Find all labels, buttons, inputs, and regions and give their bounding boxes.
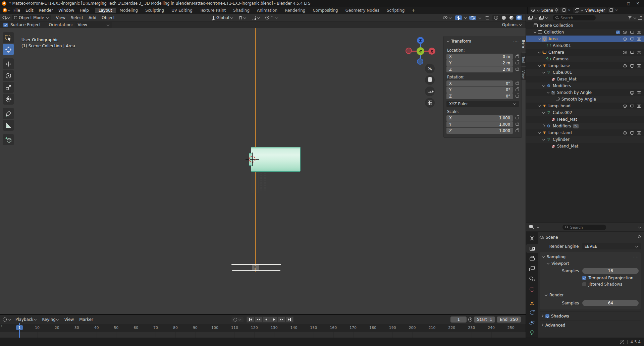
outliner-row-base-mat[interactable]: Base_Mat	[526, 76, 644, 82]
sidebar-tab-view[interactable]: View	[521, 67, 526, 80]
tool-scale[interactable]	[3, 82, 14, 93]
workspace-tab-compositing[interactable]: Compositing	[309, 8, 341, 13]
workspace-tab-modeling[interactable]: Modeling	[116, 8, 142, 13]
advanced-panel-header[interactable]: Advanced	[540, 321, 641, 330]
menu-object[interactable]: Object	[99, 15, 117, 20]
tool-transform[interactable]	[3, 94, 14, 105]
tool-rotate[interactable]	[3, 70, 14, 81]
zoom-button[interactable]: +	[425, 64, 435, 73]
snap-toggle-button[interactable]	[237, 16, 248, 20]
outliner-row-stand-mat[interactable]: Stand_Mat	[526, 143, 644, 150]
next-keyframe-button[interactable]	[278, 317, 285, 322]
menu-marker[interactable]: Marker	[76, 317, 96, 322]
tool-measure[interactable]	[3, 120, 14, 131]
gizmo-x-axis[interactable]: X	[428, 48, 435, 55]
viewport-samples-field[interactable]: 16	[582, 268, 639, 274]
outliner-row-smooth-by-angle[interactable]: Smooth by Angle	[526, 89, 644, 96]
eye-toggle-icon[interactable]	[623, 130, 627, 135]
maximize-button[interactable]: ▢	[627, 1, 630, 6]
menu-select[interactable]: Select	[68, 15, 86, 20]
add-workspace-button[interactable]: +	[408, 8, 418, 13]
geometry-nodes-badge-icon[interactable]	[573, 124, 579, 128]
chevron-down-icon[interactable]	[542, 84, 545, 87]
lock-icon[interactable]	[516, 68, 519, 71]
ortho-toggle-button[interactable]	[425, 98, 435, 108]
shadows-panel-header[interactable]: Shadows	[540, 311, 641, 321]
camera-toggle-icon[interactable]	[637, 30, 641, 35]
jump-to-start-button[interactable]	[247, 317, 254, 322]
lock-icon[interactable]	[516, 82, 519, 85]
workspace-tab-sculpting[interactable]: Sculpting	[142, 8, 168, 13]
outliner-row-scene-collection[interactable]: Scene Collection	[526, 22, 644, 29]
scene-new-button[interactable]	[560, 7, 567, 13]
chevron-down-icon[interactable]	[542, 71, 545, 73]
workspace-tab-uv-editing[interactable]: UV Editing	[168, 8, 196, 13]
monitor-toggle-icon[interactable]	[630, 130, 634, 135]
prev-keyframe-button[interactable]	[255, 317, 262, 322]
timeline-editor-icon[interactable]	[3, 318, 7, 322]
value-field[interactable]: Y0°	[446, 87, 513, 93]
menu-window[interactable]: Window	[56, 8, 77, 13]
eye-toggle-icon[interactable]	[623, 104, 627, 108]
chevron-down-icon[interactable]	[542, 138, 545, 140]
play-reverse-button[interactable]	[263, 317, 270, 322]
shading-rendered-button[interactable]	[516, 15, 522, 20]
options-dropdown[interactable]: Options	[502, 22, 522, 27]
lock-icon[interactable]	[516, 62, 519, 64]
outliner-row-modifiers[interactable]: Modifiers	[526, 82, 644, 89]
eye-toggle-icon[interactable]	[623, 30, 627, 35]
transform-orientation-dropdown[interactable]: Global	[211, 15, 235, 20]
workspace-tab-rendering[interactable]: Rendering	[281, 8, 309, 13]
lock-icon[interactable]	[516, 123, 519, 126]
outliner-row-cube-001[interactable]: Cube.001	[526, 69, 644, 76]
properties-search-input[interactable]: Search	[562, 225, 606, 230]
lock-icon[interactable]	[516, 55, 519, 58]
shading-solid-button[interactable]	[501, 15, 507, 20]
chevron-down-icon[interactable]	[538, 37, 541, 40]
menu-view[interactable]: View	[53, 15, 68, 20]
outliner-row-area[interactable]: Area	[526, 36, 644, 42]
outliner-filter-icon[interactable]	[539, 16, 543, 20]
tab-tool[interactable]	[526, 234, 538, 243]
viewlayer-remove-button[interactable]: ✕	[615, 8, 618, 12]
editor-type-icon[interactable]	[3, 16, 7, 20]
outliner-display-mode-icon[interactable]	[528, 16, 533, 20]
minimize-button[interactable]: —	[617, 1, 621, 6]
tab-physics[interactable]	[526, 318, 538, 328]
stopwatch-icon[interactable]	[468, 318, 472, 322]
temporal-reprojection-checkbox[interactable]	[582, 276, 586, 280]
outliner-row-smooth-by-angle[interactable]: Smooth by Angle	[526, 96, 644, 103]
tab-world[interactable]	[526, 284, 538, 294]
outliner-row-lamp-stand[interactable]: lamp_stand	[526, 129, 644, 136]
value-field[interactable]: Z2 m	[446, 66, 513, 72]
outliner-row-modifiers[interactable]: Modifiers	[526, 123, 644, 129]
auto-key-button[interactable]	[231, 317, 244, 322]
pin-icon[interactable]	[637, 235, 641, 239]
timeline-ruler[interactable]: 1 10203040506070809010011012013014015016…	[0, 324, 526, 332]
visibility-dropdown[interactable]	[442, 16, 453, 19]
overlays-toggle[interactable]	[469, 16, 476, 20]
mode-dropdown[interactable]: Object Mode	[12, 15, 51, 20]
tab-view-layer[interactable]	[526, 264, 538, 274]
new-collection-icon[interactable]	[638, 16, 642, 20]
shadows-checkbox[interactable]	[545, 314, 549, 318]
chevron-down-icon[interactable]	[538, 64, 541, 67]
menu-playback[interactable]: Playback	[13, 317, 40, 322]
blender-menu-icon[interactable]	[3, 8, 7, 12]
outliner-row-collection[interactable]: Collection	[526, 29, 644, 36]
camera-toggle-icon[interactable]	[637, 90, 641, 95]
lock-icon[interactable]	[516, 129, 519, 132]
menu-render[interactable]: Render	[36, 8, 56, 13]
jump-to-end-button[interactable]	[286, 317, 293, 322]
channel-collapse-icon[interactable]: ›	[1, 324, 2, 328]
play-button[interactable]	[270, 317, 277, 322]
chevron-down-icon[interactable]	[538, 104, 541, 107]
outliner-row-area-001[interactable]: Area.001	[526, 42, 644, 49]
pin-icon[interactable]	[554, 8, 558, 12]
close-button[interactable]: ✕	[636, 1, 639, 6]
render-subpanel-header[interactable]: Render	[542, 292, 639, 298]
outliner-row-camera[interactable]: Camera	[526, 49, 644, 56]
panel-grip-icon[interactable]: ····	[633, 255, 639, 259]
eye-toggle-icon[interactable]	[623, 37, 627, 41]
render-samples-field[interactable]: 64	[582, 300, 639, 306]
